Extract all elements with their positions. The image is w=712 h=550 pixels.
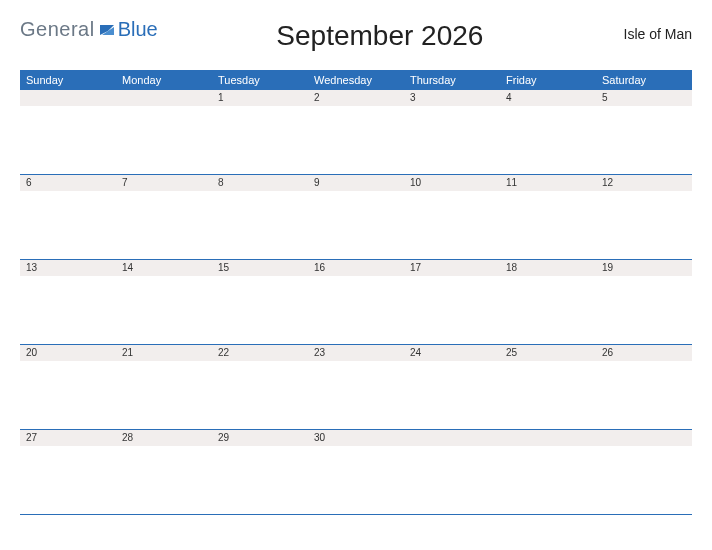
week-row: 27 28 29 30 — [20, 430, 692, 515]
weeks-container: 1 2 3 4 5 6 7 8 9 10 11 12 13 14 15 16 1… — [20, 90, 692, 515]
day-cell: 16 — [308, 260, 404, 276]
day-cell: 1 — [212, 90, 308, 106]
day-headers-row: Sunday Monday Tuesday Wednesday Thursday… — [20, 70, 692, 90]
day-cell: 15 — [212, 260, 308, 276]
day-header-friday: Friday — [500, 70, 596, 90]
day-cell: 8 — [212, 175, 308, 191]
day-cell: 25 — [500, 345, 596, 361]
day-header-wednesday: Wednesday — [308, 70, 404, 90]
day-cell: 27 — [20, 430, 116, 446]
day-cell — [404, 430, 500, 446]
day-cell: 28 — [116, 430, 212, 446]
week-row: 6 7 8 9 10 11 12 — [20, 175, 692, 260]
page-title: September 2026 — [158, 20, 602, 52]
day-cell: 24 — [404, 345, 500, 361]
day-cell — [20, 90, 116, 106]
day-cell: 26 — [596, 345, 692, 361]
calendar: Sunday Monday Tuesday Wednesday Thursday… — [20, 70, 692, 515]
week-row: 13 14 15 16 17 18 19 — [20, 260, 692, 345]
day-cell: 30 — [308, 430, 404, 446]
day-cell: 3 — [404, 90, 500, 106]
day-header-tuesday: Tuesday — [212, 70, 308, 90]
day-cell: 12 — [596, 175, 692, 191]
week-row: 20 21 22 23 24 25 26 — [20, 345, 692, 430]
day-cell: 7 — [116, 175, 212, 191]
logo-text-blue: Blue — [118, 18, 158, 41]
day-cell: 5 — [596, 90, 692, 106]
day-header-thursday: Thursday — [404, 70, 500, 90]
logo-icon — [98, 19, 116, 33]
day-header-sunday: Sunday — [20, 70, 116, 90]
day-cell: 29 — [212, 430, 308, 446]
day-cell: 20 — [20, 345, 116, 361]
day-cell: 9 — [308, 175, 404, 191]
day-cell — [596, 430, 692, 446]
day-cell: 22 — [212, 345, 308, 361]
region-label: Isle of Man — [602, 26, 692, 42]
day-cell: 2 — [308, 90, 404, 106]
day-cell: 18 — [500, 260, 596, 276]
day-cell — [116, 90, 212, 106]
day-cell — [500, 430, 596, 446]
day-cell: 17 — [404, 260, 500, 276]
day-cell: 23 — [308, 345, 404, 361]
day-cell: 11 — [500, 175, 596, 191]
week-row: 1 2 3 4 5 — [20, 90, 692, 175]
day-cell: 19 — [596, 260, 692, 276]
day-header-saturday: Saturday — [596, 70, 692, 90]
day-cell: 13 — [20, 260, 116, 276]
header: General Blue September 2026 Isle of Man — [20, 18, 692, 52]
day-cell: 14 — [116, 260, 212, 276]
day-cell: 10 — [404, 175, 500, 191]
day-cell: 21 — [116, 345, 212, 361]
day-header-monday: Monday — [116, 70, 212, 90]
day-cell: 4 — [500, 90, 596, 106]
day-cell: 6 — [20, 175, 116, 191]
logo: General Blue — [20, 18, 158, 41]
logo-text-general: General — [20, 18, 95, 41]
